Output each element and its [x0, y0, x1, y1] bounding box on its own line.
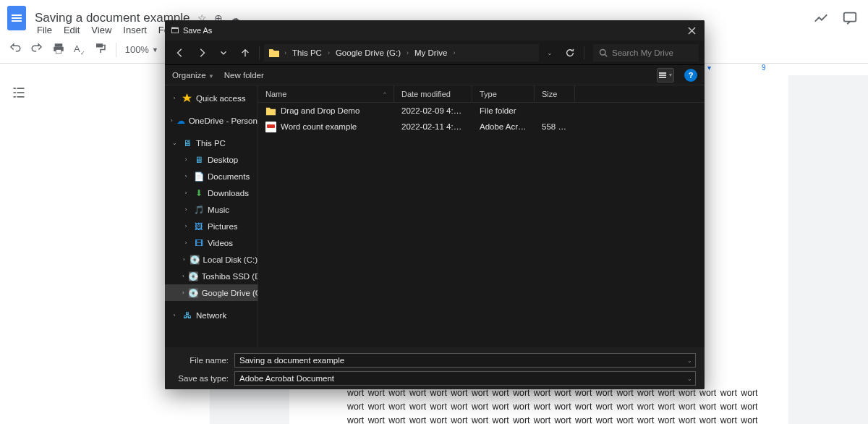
file-name-label: File name:	[174, 356, 234, 365]
tree-gdrive[interactable]: ›💽Google Drive (G:)	[165, 284, 258, 301]
file-list-header: Name^ Date modified Type Size	[258, 85, 705, 103]
svg-rect-7	[14, 92, 16, 93]
indent-marker-icon[interactable]: ▾9	[707, 64, 766, 72]
svg-rect-0	[844, 13, 856, 22]
svg-rect-14	[659, 77, 666, 78]
pdf-icon	[265, 122, 276, 132]
chevron-right-icon[interactable]: ›	[283, 49, 288, 56]
trend-icon[interactable]	[813, 10, 829, 29]
svg-rect-9	[14, 96, 16, 98]
address-bar[interactable]: › This PC › Google Drive (G:) › My Drive…	[264, 44, 539, 62]
new-folder-button[interactable]: New folder	[224, 71, 264, 80]
dialog-titlebar[interactable]: 🗔 Save As	[165, 20, 705, 41]
tree-local-disk[interactable]: ›💽Local Disk (C:)	[165, 251, 258, 268]
file-list-pane: Name^ Date modified Type Size Drag and D…	[258, 85, 705, 347]
file-name-input[interactable]: Saving a document example⌄	[234, 353, 696, 368]
svg-rect-6	[17, 88, 25, 89]
chevron-down-icon[interactable]: ⌄	[687, 357, 692, 364]
svg-rect-13	[659, 75, 666, 76]
help-button[interactable]: ?	[684, 69, 697, 82]
svg-rect-10	[17, 96, 25, 98]
chevron-right-icon[interactable]: ›	[405, 49, 410, 56]
outline-icon[interactable]	[12, 85, 26, 100]
redo-icon[interactable]	[30, 42, 43, 57]
folder-tree: ›Quick access ›☁OneDrive - Personal ⌄🖥Th…	[165, 85, 258, 347]
nav-recent-icon[interactable]	[214, 43, 233, 62]
dialog-app-icon: 🗔	[171, 26, 179, 35]
tree-this-pc[interactable]: ⌄🖥This PC	[165, 135, 258, 151]
menu-view[interactable]: View	[86, 23, 116, 37]
chevron-right-icon[interactable]: ›	[326, 49, 331, 56]
svg-rect-8	[17, 92, 25, 93]
dialog-toolbar: Organize ▼ New folder ▼ ?	[165, 65, 705, 85]
save-type-select[interactable]: Adobe Acrobat Document⌄	[234, 371, 696, 386]
comment-icon[interactable]	[842, 10, 858, 29]
nav-back-icon[interactable]	[171, 43, 190, 62]
tree-network[interactable]: ›🖧Network	[165, 307, 258, 323]
breadcrumb-gdrive[interactable]: Google Drive (G:)	[334, 48, 402, 57]
chevron-right-icon[interactable]: ›	[451, 49, 456, 56]
breadcrumb-this-pc[interactable]: This PC	[291, 48, 323, 57]
svg-point-11	[600, 49, 606, 55]
menu-edit[interactable]: Edit	[59, 23, 85, 37]
spellcheck-icon[interactable]: A✓	[74, 43, 85, 56]
save-as-dialog: 🗔 Save As › This PC › Google Drive (G:) …	[165, 20, 705, 389]
organize-menu[interactable]: Organize ▼	[172, 71, 214, 80]
menu-insert[interactable]: Insert	[118, 23, 152, 37]
view-options-button[interactable]: ▼	[657, 68, 674, 82]
address-dropdown-icon[interactable]: ⌄	[542, 49, 558, 56]
column-type[interactable]: Type	[472, 85, 535, 102]
nav-up-icon[interactable]	[236, 43, 255, 62]
dialog-nav-bar: › This PC › Google Drive (G:) › My Drive…	[165, 41, 705, 65]
svg-rect-3	[56, 50, 61, 54]
tree-music[interactable]: ›🎵Music	[165, 201, 258, 218]
svg-rect-5	[14, 88, 16, 89]
column-name[interactable]: Name^	[258, 85, 394, 102]
tree-quick-access[interactable]: ›Quick access	[165, 90, 258, 106]
tree-documents[interactable]: ›📄Documents	[165, 168, 258, 185]
document-text: wort wort wort wort wort wort wort wort …	[347, 388, 758, 424]
close-button[interactable]	[678, 20, 705, 41]
tree-onedrive[interactable]: ›☁OneDrive - Personal	[165, 112, 258, 129]
svg-rect-4	[96, 43, 103, 47]
paint-format-icon[interactable]	[94, 42, 107, 57]
print-icon[interactable]	[52, 42, 65, 57]
dialog-title: Save As	[183, 26, 212, 35]
svg-rect-12	[659, 72, 666, 74]
tree-downloads[interactable]: ›⬇Downloads	[165, 185, 258, 201]
folder-icon	[268, 48, 280, 58]
refresh-icon[interactable]	[561, 48, 579, 58]
column-date[interactable]: Date modified	[394, 85, 472, 102]
menu-file[interactable]: File	[32, 23, 57, 37]
tree-pictures[interactable]: ›🖼Pictures	[165, 218, 258, 234]
save-type-label: Save as type:	[174, 374, 234, 383]
gdocs-logo-icon[interactable]	[7, 6, 26, 30]
zoom-selector[interactable]: 100%▼	[125, 44, 158, 55]
file-row[interactable]: Word count example 2022-02-11 4:03 PM Ad…	[258, 119, 705, 135]
folder-icon	[265, 106, 276, 116]
tree-toshiba[interactable]: ›💽Toshiba SSD (D:)	[165, 268, 258, 284]
search-icon	[599, 48, 608, 57]
tree-desktop[interactable]: ›🖥Desktop	[165, 151, 258, 168]
chevron-down-icon[interactable]: ⌄	[687, 376, 692, 382]
svg-rect-1	[55, 43, 63, 47]
search-input[interactable]: Search My Drive	[593, 44, 699, 62]
breadcrumb-mydrive[interactable]: My Drive	[413, 48, 448, 57]
dialog-fields: File name: Saving a document example⌄ Sa…	[165, 347, 705, 389]
file-row[interactable]: Drag and Drop Demo 2022-02-09 4:32 PM Fi…	[258, 103, 705, 119]
nav-forward-icon[interactable]	[192, 43, 211, 62]
column-size[interactable]: Size	[535, 85, 575, 102]
undo-icon[interactable]	[9, 42, 22, 57]
tree-videos[interactable]: ›🎞Videos	[165, 234, 258, 251]
search-placeholder: Search My Drive	[612, 48, 673, 57]
